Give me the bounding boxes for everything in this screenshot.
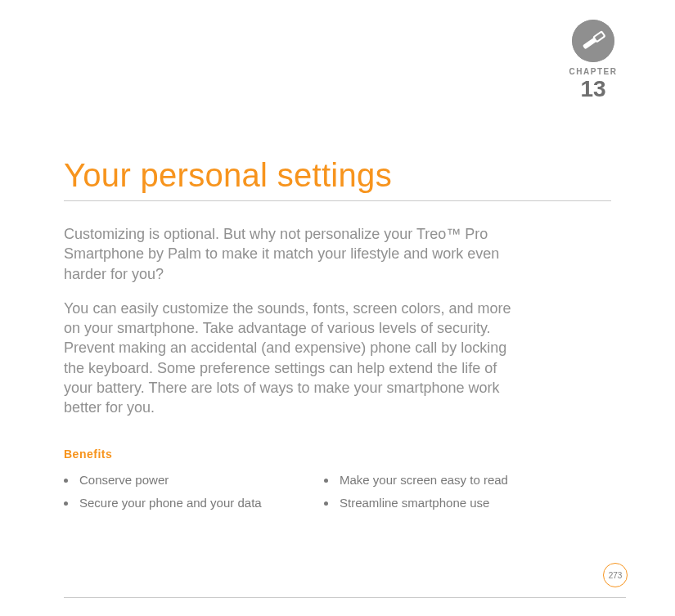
benefits-columns: Conserve power Secure your phone and you… bbox=[64, 469, 611, 515]
bullet-icon bbox=[324, 501, 328, 506]
title-block: Your personal settings Customizing is op… bbox=[64, 157, 611, 418]
page-title: Your personal settings bbox=[64, 157, 611, 201]
page-footer: 273 bbox=[0, 597, 675, 598]
benefits-heading: Benefits bbox=[64, 447, 611, 461]
page-number: 273 bbox=[609, 571, 623, 580]
bullet-icon bbox=[64, 479, 68, 483]
benefit-text: Conserve power bbox=[79, 469, 169, 492]
benefit-text: Make your screen easy to read bbox=[340, 469, 508, 492]
benefits-col-1: Conserve power Secure your phone and you… bbox=[64, 469, 301, 515]
page-number-badge: 273 bbox=[603, 563, 628, 587]
list-item: Streamline smartphone use bbox=[324, 492, 561, 515]
benefit-text: Secure your phone and your data bbox=[79, 492, 262, 515]
chapter-header: CHAPTER 13 bbox=[560, 20, 626, 101]
bullet-icon bbox=[64, 501, 68, 506]
document-page: CHAPTER 13 Your personal settings Custom… bbox=[0, 0, 675, 616]
intro-paragraph-2: You can easily customize the sounds, fon… bbox=[64, 299, 522, 418]
chapter-number: 13 bbox=[560, 78, 626, 101]
footer-rule bbox=[64, 597, 626, 598]
list-item: Conserve power bbox=[64, 469, 301, 492]
benefits-section: Benefits Conserve power Secure your phon… bbox=[64, 447, 611, 515]
tool-icon bbox=[572, 20, 614, 62]
benefits-col-2: Make your screen easy to read Streamline… bbox=[324, 469, 561, 515]
list-item: Secure your phone and your data bbox=[64, 492, 301, 515]
list-item: Make your screen easy to read bbox=[324, 469, 561, 492]
bullet-icon bbox=[324, 479, 328, 483]
intro-paragraph-1: Customizing is optional. But why not per… bbox=[64, 224, 522, 284]
intro-text: Customizing is optional. But why not per… bbox=[64, 224, 611, 418]
chapter-label: CHAPTER bbox=[560, 67, 626, 76]
benefit-text: Streamline smartphone use bbox=[340, 492, 489, 515]
